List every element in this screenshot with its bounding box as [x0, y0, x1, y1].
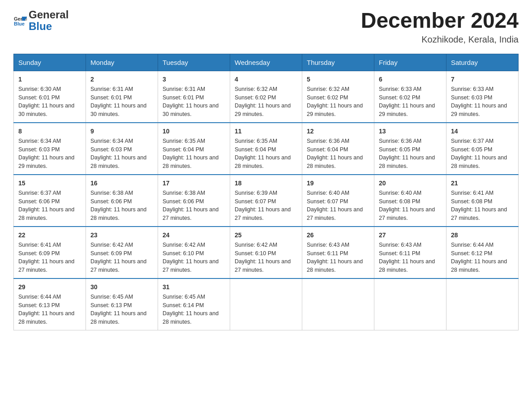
calendar-cell: 12Sunrise: 6:36 AMSunset: 6:04 PMDayligh… — [302, 123, 374, 175]
day-number: 12 — [307, 127, 369, 136]
calendar-table: Sunday Monday Tuesday Wednesday Thursday… — [13, 54, 519, 330]
logo-general-text: General — [29, 9, 69, 21]
calendar-cell: 9Sunrise: 6:34 AMSunset: 6:03 PMDaylight… — [86, 123, 158, 175]
calendar-cell: 21Sunrise: 6:41 AMSunset: 6:08 PMDayligh… — [446, 175, 519, 227]
day-number: 27 — [379, 231, 442, 240]
calendar-cell — [230, 278, 302, 330]
page-header: General Blue General Blue December 2024 … — [13, 9, 519, 45]
header-wednesday: Wednesday — [230, 54, 302, 71]
calendar-cell: 31Sunrise: 6:45 AMSunset: 6:14 PMDayligh… — [158, 278, 230, 330]
day-number: 31 — [163, 283, 225, 292]
days-header-row: Sunday Monday Tuesday Wednesday Thursday… — [14, 54, 519, 71]
calendar-cell: 22Sunrise: 6:41 AMSunset: 6:09 PMDayligh… — [14, 227, 86, 278]
calendar-cell — [374, 278, 446, 330]
calendar-cell: 17Sunrise: 6:38 AMSunset: 6:06 PMDayligh… — [158, 175, 230, 227]
day-number: 4 — [235, 75, 297, 84]
day-number: 29 — [18, 283, 81, 292]
calendar-cell: 4Sunrise: 6:32 AMSunset: 6:02 PMDaylight… — [230, 71, 302, 123]
calendar-cell: 7Sunrise: 6:33 AMSunset: 6:03 PMDaylight… — [446, 71, 519, 123]
day-number: 2 — [90, 75, 153, 84]
calendar-cell: 11Sunrise: 6:35 AMSunset: 6:04 PMDayligh… — [230, 123, 302, 175]
day-number: 11 — [235, 127, 297, 136]
day-number: 9 — [90, 127, 153, 136]
logo-icon: General Blue — [13, 14, 27, 27]
day-number: 23 — [90, 231, 153, 240]
calendar-cell: 23Sunrise: 6:42 AMSunset: 6:09 PMDayligh… — [86, 227, 158, 278]
title-section: December 2024 Kozhikode, Kerala, India — [361, 9, 519, 45]
location: Kozhikode, Kerala, India — [361, 34, 519, 45]
calendar-cell: 27Sunrise: 6:43 AMSunset: 6:11 PMDayligh… — [374, 227, 446, 278]
header-thursday: Thursday — [302, 54, 374, 71]
calendar-cell: 28Sunrise: 6:44 AMSunset: 6:12 PMDayligh… — [446, 227, 519, 278]
header-monday: Monday — [86, 54, 158, 71]
calendar-cell: 26Sunrise: 6:43 AMSunset: 6:11 PMDayligh… — [302, 227, 374, 278]
calendar-cell: 16Sunrise: 6:38 AMSunset: 6:06 PMDayligh… — [86, 175, 158, 227]
day-number: 30 — [90, 283, 153, 292]
calendar-cell: 5Sunrise: 6:32 AMSunset: 6:02 PMDaylight… — [302, 71, 374, 123]
calendar-cell: 19Sunrise: 6:40 AMSunset: 6:07 PMDayligh… — [302, 175, 374, 227]
header-tuesday: Tuesday — [158, 54, 230, 71]
header-friday: Friday — [374, 54, 446, 71]
week-row-4: 22Sunrise: 6:41 AMSunset: 6:09 PMDayligh… — [14, 227, 519, 278]
day-number: 7 — [451, 75, 514, 84]
day-number: 15 — [18, 179, 81, 188]
day-number: 18 — [235, 179, 297, 188]
month-title: December 2024 — [361, 9, 519, 33]
week-row-5: 29Sunrise: 6:44 AMSunset: 6:13 PMDayligh… — [14, 278, 519, 330]
calendar-cell: 3Sunrise: 6:31 AMSunset: 6:01 PMDaylight… — [158, 71, 230, 123]
header-sunday: Sunday — [14, 54, 86, 71]
svg-marker-2 — [22, 17, 25, 21]
calendar-cell: 29Sunrise: 6:44 AMSunset: 6:13 PMDayligh… — [14, 278, 86, 330]
day-number: 3 — [163, 75, 225, 84]
header-saturday: Saturday — [446, 54, 519, 71]
day-number: 8 — [18, 127, 81, 136]
day-number: 28 — [451, 231, 514, 240]
calendar-cell — [302, 278, 374, 330]
calendar-cell: 25Sunrise: 6:42 AMSunset: 6:10 PMDayligh… — [230, 227, 302, 278]
calendar-cell: 2Sunrise: 6:31 AMSunset: 6:01 PMDaylight… — [86, 71, 158, 123]
calendar-cell: 8Sunrise: 6:34 AMSunset: 6:03 PMDaylight… — [14, 123, 86, 175]
calendar-cell: 14Sunrise: 6:37 AMSunset: 6:05 PMDayligh… — [446, 123, 519, 175]
day-number: 5 — [307, 75, 369, 84]
week-row-3: 15Sunrise: 6:37 AMSunset: 6:06 PMDayligh… — [14, 175, 519, 227]
day-number: 17 — [163, 179, 225, 188]
calendar-cell: 13Sunrise: 6:36 AMSunset: 6:05 PMDayligh… — [374, 123, 446, 175]
calendar-cell: 24Sunrise: 6:42 AMSunset: 6:10 PMDayligh… — [158, 227, 230, 278]
calendar-cell: 1Sunrise: 6:30 AMSunset: 6:01 PMDaylight… — [14, 71, 86, 123]
day-number: 25 — [235, 231, 297, 240]
day-number: 1 — [18, 75, 81, 84]
day-number: 24 — [163, 231, 225, 240]
day-number: 13 — [379, 127, 442, 136]
calendar-cell: 20Sunrise: 6:40 AMSunset: 6:08 PMDayligh… — [374, 175, 446, 227]
day-number: 21 — [451, 179, 514, 188]
calendar-cell: 10Sunrise: 6:35 AMSunset: 6:04 PMDayligh… — [158, 123, 230, 175]
day-number: 16 — [90, 179, 153, 188]
day-number: 6 — [379, 75, 442, 84]
calendar-cell: 6Sunrise: 6:33 AMSunset: 6:02 PMDaylight… — [374, 71, 446, 123]
logo-blue-text: Blue — [29, 21, 69, 32]
logo: General Blue General Blue — [13, 9, 69, 33]
day-number: 22 — [18, 231, 81, 240]
day-number: 14 — [451, 127, 514, 136]
week-row-1: 1Sunrise: 6:30 AMSunset: 6:01 PMDaylight… — [14, 71, 519, 123]
day-number: 26 — [307, 231, 369, 240]
day-number: 10 — [163, 127, 225, 136]
calendar-cell: 30Sunrise: 6:45 AMSunset: 6:13 PMDayligh… — [86, 278, 158, 330]
calendar-cell: 18Sunrise: 6:39 AMSunset: 6:07 PMDayligh… — [230, 175, 302, 227]
calendar-cell — [446, 278, 519, 330]
week-row-2: 8Sunrise: 6:34 AMSunset: 6:03 PMDaylight… — [14, 123, 519, 175]
calendar-cell: 15Sunrise: 6:37 AMSunset: 6:06 PMDayligh… — [14, 175, 86, 227]
day-number: 19 — [307, 179, 369, 188]
day-number: 20 — [379, 179, 442, 188]
svg-text:Blue: Blue — [14, 21, 25, 27]
